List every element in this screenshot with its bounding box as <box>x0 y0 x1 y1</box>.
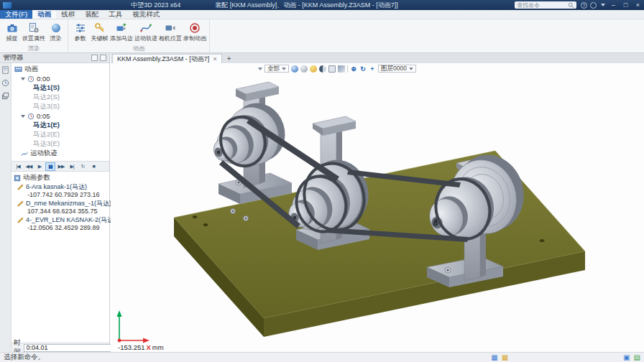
panel-grid-blue-icon[interactable]: ▦ <box>491 353 497 362</box>
tree-motor-2s[interactable]: 马达2(S) <box>12 93 109 102</box>
tree-motor-2e[interactable]: 马达2(E) <box>12 130 109 139</box>
maximize-button[interactable]: □ <box>620 0 632 10</box>
viewport-3d[interactable]: 全部 ⊕ ↻ + 图层0000 -15 <box>111 63 644 352</box>
tab-close-icon[interactable]: × <box>213 55 216 62</box>
base-plate[interactable] <box>174 151 585 337</box>
panel-grid-yellow-icon[interactable]: ▦ <box>502 353 508 362</box>
param-item-values: -12.0506 32.4529 289.89 <box>12 224 109 232</box>
face-style-icon[interactable] <box>310 65 317 73</box>
document-title: 装配 [KKM Assembly]、动画 - [KKM Assembly.Z3A… <box>215 1 397 10</box>
tree-motor-1e[interactable]: 马达1(E) <box>12 121 109 130</box>
menu-tab-tools[interactable]: 工具 <box>104 10 127 19</box>
menu-tab-wireframe[interactable]: 线框 <box>56 10 80 19</box>
zoom-icon[interactable]: ⊕ <box>350 65 357 73</box>
go-to-start-button[interactable]: |◀ <box>13 162 23 171</box>
motion-trail-button[interactable]: 运动轨迹 <box>134 20 158 42</box>
tree-keyframe-005[interactable]: 0:05 <box>12 111 109 121</box>
3d-model-scene[interactable] <box>111 63 644 352</box>
half-render-icon[interactable] <box>319 65 326 73</box>
pause-button[interactable]: ▮▮ <box>45 162 55 171</box>
keyframe-icon <box>93 22 106 34</box>
param-item-name[interactable]: 6-Ara kasnak-1(马达) <box>12 182 109 191</box>
search-icon[interactable] <box>568 2 574 9</box>
parameters-button[interactable]: 参数 <box>70 20 90 42</box>
menu-tab-visual-style[interactable]: 视觉样式 <box>127 10 165 19</box>
menu-tab-assembly[interactable]: 装配 <box>80 10 104 19</box>
pan-icon[interactable]: + <box>369 65 376 73</box>
expand-caret-icon[interactable] <box>21 78 25 80</box>
shaded-display-icon[interactable] <box>291 65 298 73</box>
trajectory-icon <box>139 22 152 34</box>
tree-motor-3e[interactable]: 马达3(E) <box>12 139 109 149</box>
step-forward-button[interactable]: ▶▶ <box>56 162 66 171</box>
title-text: 中望3D 2023 x64 装配 [KKM Assembly]、动画 - [KK… <box>14 1 515 10</box>
selection-filter-caret-icon[interactable] <box>258 68 262 70</box>
layer-combo[interactable]: 图层0000 <box>378 65 416 73</box>
loop-button[interactable]: ↻ <box>78 162 88 171</box>
add-motor-button[interactable]: 添加马达 <box>109 20 134 42</box>
assistant-panel-icon[interactable]: ▤ <box>634 353 640 362</box>
set-properties-button[interactable]: 设置属性 <box>22 20 46 42</box>
parameters-header: 动画参数 <box>12 173 109 182</box>
ribbon-group-label-animation: 动画 <box>70 45 207 52</box>
ribbon-group-label-render: 渲染 <box>2 45 65 52</box>
stop-button[interactable]: ■ <box>88 162 98 171</box>
help-icon[interactable]: ? <box>579 1 589 10</box>
close-button[interactable]: × <box>632 0 644 10</box>
play-button[interactable]: ▶ <box>34 162 45 171</box>
document-tab[interactable]: KKM Assembly.Z3ASM - [动画7] × <box>112 54 222 63</box>
panel-pin-icon[interactable] <box>100 55 106 61</box>
wireframe-display-icon[interactable] <box>300 65 308 73</box>
tree-motor-1s[interactable]: 马达1(S) <box>12 83 109 93</box>
tree-root-animation[interactable]: 动画 <box>12 65 109 74</box>
film-icon <box>14 65 22 73</box>
ribbon-group-animation: 参数 关键帧 添加马达 运动轨迹 相机位置 录制动画 动画 <box>68 19 210 52</box>
menu-file[interactable]: 文件(F) <box>0 10 32 19</box>
titlebar-dropdown-icon[interactable] <box>598 1 607 10</box>
record-animation-button[interactable]: 录制动画 <box>183 20 207 42</box>
step-back-button[interactable]: ◀◀ <box>24 162 34 171</box>
layer-tab-icon[interactable] <box>1 92 9 100</box>
capture-icon <box>6 22 19 34</box>
selection-filter-combo[interactable]: 全部 <box>264 65 289 73</box>
left-pulley-cluster[interactable] <box>211 96 293 172</box>
new-tab-button[interactable]: + <box>224 54 235 63</box>
param-item-name[interactable]: 4-_EVR_LEN KASNAK-2(马达) <box>12 215 109 224</box>
param-item-name[interactable]: D_nme Mekanizmas_-1(马达) <box>12 199 109 208</box>
record-icon <box>188 22 201 34</box>
tree-keyframe-000[interactable]: 0:00 <box>12 74 109 83</box>
capture-button[interactable]: 捕捉 <box>2 20 22 42</box>
display-mode-icon[interactable]: ▣ <box>623 353 630 362</box>
assembly-tree-tab-icon[interactable] <box>1 66 9 74</box>
axis-triad <box>112 307 155 345</box>
camera-position-button[interactable]: 相机位置 <box>158 20 183 42</box>
pencil-icon <box>17 200 24 207</box>
coordinate-readout: -153.251 Xmm <box>118 343 164 351</box>
tree-motor-3s[interactable]: 马达3(S) <box>12 102 109 111</box>
parameters-icon <box>14 175 21 182</box>
search-placeholder: 查找命令 <box>517 1 566 9</box>
user-account-icon[interactable] <box>589 1 598 10</box>
render-icon <box>50 22 63 34</box>
coordinate-unit: mm <box>152 343 164 351</box>
rotate-view-icon[interactable]: ↻ <box>359 65 367 73</box>
clock-icon <box>27 75 34 83</box>
keyframe-button[interactable]: 关键帧 <box>90 20 109 42</box>
clock-icon <box>27 113 34 120</box>
pencil-icon <box>17 184 24 190</box>
time-input[interactable] <box>24 344 114 352</box>
panel-menu-icon[interactable] <box>91 55 98 61</box>
go-to-end-button[interactable]: ▶| <box>67 162 77 171</box>
bounding-box-icon[interactable] <box>328 65 336 73</box>
coordinate-value: -153.251 <box>118 343 145 351</box>
menu-tab-animation[interactable]: 动画 <box>32 10 56 19</box>
trail-icon <box>21 150 28 157</box>
command-search-box[interactable]: 查找命令 <box>515 1 576 9</box>
expand-caret-icon[interactable] <box>21 115 25 118</box>
tree-motion-trail[interactable]: 运动轨迹 <box>12 149 109 158</box>
render-button[interactable]: 渲染 <box>46 20 65 42</box>
history-tab-icon[interactable] <box>1 79 9 87</box>
minimize-button[interactable]: – <box>607 0 620 10</box>
add-motor-icon <box>115 22 128 34</box>
section-view-icon[interactable] <box>338 65 345 73</box>
